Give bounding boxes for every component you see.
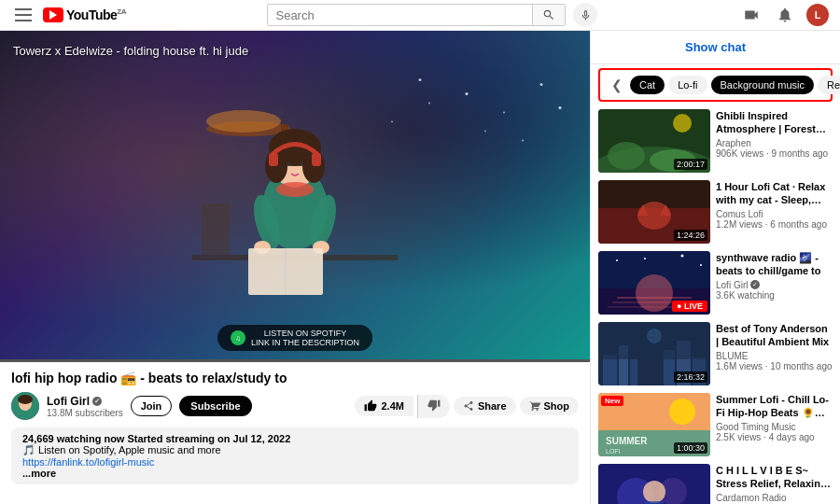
item-channel: BLUME — [716, 351, 833, 361]
fanlink[interactable]: https://fanlink.to/lofigirl-music — [22, 456, 154, 468]
shop-button[interactable]: Shop — [520, 397, 580, 415]
item-info: 1 Hour Lofi Cat · Relax with my cat - Sl… — [716, 180, 833, 244]
item-channel: Lofi Girl ✓ — [716, 280, 833, 290]
verified-icon: ✓ — [750, 280, 760, 289]
youtube-logo: YouTubeZA — [43, 7, 126, 22]
svg-point-52 — [700, 264, 702, 266]
item-info: Ghibli Inspired Atmosphere | Forest Ambi… — [716, 109, 833, 173]
svg-point-22 — [503, 112, 505, 114]
list-item[interactable]: ● LIVE synthwave radio 🌌 - beats to chil… — [598, 251, 833, 315]
item-title: Summer Lofi - Chill Lo-Fi Hip-Hop Beats … — [716, 393, 833, 420]
item-title: Best of Tony Anderson | Beautiful Ambien… — [716, 322, 833, 349]
thumbnail-wrap: 1:16:49 — [598, 464, 710, 504]
header-right: L — [739, 3, 829, 27]
join-button[interactable]: Join — [131, 396, 173, 416]
video-description[interactable]: 24,669 watching now Started streaming on… — [11, 427, 579, 484]
item-meta: 2.5K views · 4 days ago — [716, 432, 833, 442]
item-meta: 1.6M views · 10 months ago — [716, 361, 833, 371]
svg-point-25 — [559, 106, 562, 109]
dislike-button[interactable] — [417, 395, 450, 418]
svg-point-45 — [636, 274, 673, 312]
svg-point-27 — [419, 78, 422, 81]
item-channel: Araphen — [716, 138, 833, 148]
item-title: synthwave radio 🌌 - beats to chill/game … — [716, 251, 833, 278]
svg-point-32 — [18, 395, 33, 404]
bell-icon — [777, 7, 793, 23]
item-channel: Cardamon Radio — [716, 493, 833, 503]
lofi-girl-avatar — [11, 392, 39, 420]
item-channel: Comus Lofi — [716, 209, 833, 219]
mic-button[interactable] — [573, 3, 597, 27]
list-item[interactable]: 1:16:49 C H I L L V I B E S~ Stress Reli… — [598, 464, 833, 504]
search-input[interactable] — [268, 8, 532, 22]
video-progress-bar[interactable] — [0, 359, 590, 362]
thumbnail-wrap: 1:24:26 — [598, 180, 710, 244]
channel-left: Lofi Girl ✓ 13.8M subscribers Join Subsc… — [11, 392, 252, 420]
avatar[interactable]: L — [806, 4, 829, 26]
list-item[interactable]: 2:16:32 Best of Tony Anderson | Beautifu… — [598, 322, 833, 385]
create-button[interactable] — [739, 3, 763, 27]
subscribe-button[interactable]: Subscribe — [179, 396, 251, 416]
chip-re[interactable]: Re... — [818, 76, 840, 94]
main-content: LISTEN ON SPOTIFY LINK IN THE DESCRIPTIO… — [0, 31, 840, 504]
video-title: lofi hip hop radio 📻 - beats to relax/st… — [11, 370, 579, 386]
channel-name: Lofi Girl ✓ — [47, 395, 123, 408]
header-center — [126, 3, 739, 27]
video-player[interactable]: LISTEN ON SPOTIFY LINK IN THE DESCRIPTIO… — [0, 31, 590, 362]
item-meta: 3.6K watching — [716, 290, 833, 301]
share-button[interactable]: Share — [454, 397, 516, 415]
search-button[interactable] — [532, 5, 565, 25]
chips-prev-button[interactable]: ❮ — [608, 76, 626, 94]
show-chat-button[interactable]: Show chat — [591, 31, 840, 64]
item-info: C H I L L V I B E S~ Stress Relief, Rela… — [716, 464, 833, 504]
chip-cat[interactable]: Cat — [630, 76, 665, 94]
youtube-wordmark: YouTubeZA — [66, 7, 126, 22]
duration-badge: 1:24:26 — [674, 230, 707, 241]
mic-icon — [580, 9, 592, 21]
list-item[interactable]: 2:00:17 Ghibli Inspired Atmosphere | For… — [598, 109, 833, 173]
video-channel-row: Lofi Girl ✓ 13.8M subscribers Join Subsc… — [11, 392, 579, 420]
video-thumbnail — [0, 31, 590, 362]
search-icon — [542, 8, 555, 21]
action-buttons: 2.4M Share Shop — [355, 395, 579, 418]
thumbnail-wrap: 2:16:32 — [598, 322, 710, 385]
item-title: C H I L L V I B E S~ Stress Relief, Rela… — [716, 464, 833, 491]
item-meta: 906K views · 9 months ago — [716, 148, 833, 159]
svg-point-28 — [391, 121, 393, 123]
svg-rect-56 — [630, 359, 637, 385]
list-item[interactable]: SUMMER LOFI 1:00:30 New Summer Lofi - Ch… — [598, 393, 833, 456]
notifications-button[interactable] — [773, 3, 797, 27]
svg-text:SUMMER: SUMMER — [606, 436, 648, 446]
like-button[interactable]: 2.4M — [355, 396, 413, 416]
camera-icon — [743, 7, 760, 23]
channel-subs: 13.8M subscribers — [47, 408, 123, 418]
video-area: LISTEN ON SPOTIFY LINK IN THE DESCRIPTIO… — [0, 31, 590, 504]
verified-badge: ✓ — [92, 397, 102, 406]
background-stars — [0, 31, 590, 362]
hamburger-icon — [11, 5, 35, 25]
list-item[interactable]: 1:24:26 1 Hour Lofi Cat · Relax with my … — [598, 180, 833, 244]
svg-point-24 — [484, 131, 486, 133]
live-badge: ● LIVE — [672, 301, 707, 312]
desc-line1: 🎵 Listen on Spotify, Apple music and mor… — [22, 444, 567, 456]
sidebar: Show chat ❮ Cat Lo-fi Background music R… — [590, 31, 840, 504]
hamburger-button[interactable] — [11, 3, 35, 27]
video-list: 2:00:17 Ghibli Inspired Atmosphere | For… — [591, 105, 840, 504]
video-info: lofi hip hop radio 📻 - beats to relax/st… — [0, 362, 590, 427]
chips-container: ❮ Cat Lo-fi Background music Re... ❯ — [598, 68, 833, 102]
header: YouTubeZA L — [0, 0, 840, 31]
duration-badge: 1:00:30 — [674, 442, 707, 454]
new-badge: New — [601, 396, 623, 406]
share-icon — [463, 400, 474, 412]
svg-point-29 — [522, 140, 524, 142]
more-button[interactable]: ...more — [22, 468, 567, 479]
spotify-bar: LISTEN ON SPOTIFY LINK IN THE DESCRIPTIO… — [217, 325, 372, 351]
thumbnail-wrap: SUMMER LOFI 1:00:30 New — [598, 393, 710, 456]
svg-point-50 — [681, 255, 684, 258]
spotify-text: LISTEN ON SPOTIFY LINK IN THE DESCRIPTIO… — [251, 329, 359, 347]
thumbnail — [598, 464, 710, 504]
chip-background-music[interactable]: Background music — [711, 76, 815, 94]
chip-lofi[interactable]: Lo-fi — [668, 76, 707, 94]
shop-icon — [529, 400, 540, 412]
channel-avatar[interactable] — [11, 392, 39, 420]
